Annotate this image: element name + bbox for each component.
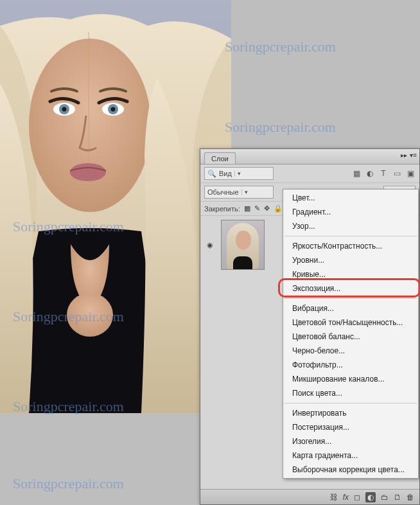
menu-item[interactable]: Экспозиция... xyxy=(283,281,418,296)
watermark: Soringpcrepair.com xyxy=(225,39,336,55)
lock-all-icon[interactable]: 🔒 xyxy=(274,204,283,213)
menu-item[interactable]: Инвертировать xyxy=(283,406,418,420)
blend-mode-label: Обычные xyxy=(207,188,239,196)
visibility-toggle[interactable]: ◉ xyxy=(204,239,216,251)
menu-item[interactable]: Кривые... xyxy=(283,267,418,281)
chevron-down-icon: ▾ xyxy=(234,170,241,177)
layer-thumbnail[interactable] xyxy=(221,220,265,270)
lock-brush-icon[interactable]: ✎ xyxy=(254,204,260,213)
layer-fx-icon[interactable]: fx xyxy=(343,493,349,502)
filter-row: 🔍 Вид ▾ ▦ ◐ T ▭ ▣ xyxy=(200,164,419,183)
svg-point-8 xyxy=(70,163,106,181)
watermark: Soringpcrepair.com xyxy=(225,119,336,136)
menu-item[interactable]: Микширование каналов... xyxy=(283,372,418,386)
menu-item[interactable]: Постеризация... xyxy=(283,420,418,434)
new-layer-icon[interactable]: 🗋 xyxy=(394,493,401,502)
filter-shape-icon[interactable]: ▭ xyxy=(392,168,402,179)
menu-item[interactable]: Черно-белое... xyxy=(283,344,418,358)
layer-group-icon[interactable]: 🗀 xyxy=(381,493,389,502)
panel-tabbar: Слои ▸▸ ▾≡ xyxy=(200,149,419,164)
filter-smart-icon[interactable]: ▣ xyxy=(405,168,416,179)
adjustment-layer-icon[interactable]: ◐ xyxy=(365,492,376,502)
menu-item[interactable]: Градиент... xyxy=(283,205,418,219)
filter-kind-label: Вид xyxy=(219,170,232,177)
menu-separator xyxy=(284,236,417,236)
filter-kind-dropdown[interactable]: 🔍 Вид ▾ xyxy=(204,167,274,180)
menu-item[interactable]: Цветовой баланс... xyxy=(283,330,418,344)
adjustment-layer-menu: Цвет...Градиент...Узор...Яркость/Контрас… xyxy=(283,189,419,479)
delete-layer-icon[interactable]: 🗑 xyxy=(407,493,414,502)
panel-collapse-icon[interactable]: ▸▸ xyxy=(401,152,407,159)
blend-mode-dropdown[interactable]: Обычные ▾ xyxy=(204,186,274,199)
lock-pixels-icon[interactable]: ▩ xyxy=(244,204,250,213)
menu-item[interactable]: Цвет... xyxy=(283,191,418,205)
document-canvas[interactable] xyxy=(0,0,231,413)
tab-layers[interactable]: Слои xyxy=(204,152,236,164)
svg-point-6 xyxy=(62,107,67,112)
lock-move-icon[interactable]: ✥ xyxy=(264,204,270,213)
menu-item[interactable]: Фотофильтр... xyxy=(283,358,418,372)
menu-item[interactable]: Карта градиента... xyxy=(283,448,418,463)
menu-item[interactable]: Поиск цвета... xyxy=(283,386,418,400)
svg-point-7 xyxy=(111,107,116,112)
menu-item[interactable]: Выборочная коррекция цвета... xyxy=(283,463,418,477)
menu-item[interactable]: Уровни... xyxy=(283,253,418,267)
portrait-image xyxy=(0,0,231,413)
filter-adjust-icon[interactable]: ◐ xyxy=(365,168,375,179)
menu-item[interactable]: Яркость/Контрастность... xyxy=(283,239,418,253)
panel-bottom-bar: ⛓ fx ◻ ◐ 🗀 🗋 🗑 xyxy=(200,489,419,504)
filter-type-icon[interactable]: T xyxy=(378,168,389,179)
svg-point-1 xyxy=(29,39,151,212)
menu-item[interactable]: Узор... xyxy=(283,219,418,233)
menu-item[interactable]: Вибрация... xyxy=(283,301,418,315)
menu-item[interactable]: Изогелия... xyxy=(283,434,418,448)
chevron-down-icon: ▾ xyxy=(241,189,248,195)
panel-menu-icon[interactable]: ▾≡ xyxy=(410,152,417,159)
link-layers-icon[interactable]: ⛓ xyxy=(330,493,338,502)
search-icon: 🔍 xyxy=(207,170,216,178)
lock-label: Закрепить: xyxy=(204,205,240,213)
layer-mask-icon[interactable]: ◻ xyxy=(354,493,360,502)
menu-separator xyxy=(284,298,417,299)
svg-point-9 xyxy=(67,293,113,337)
menu-separator xyxy=(284,403,417,403)
filter-pixel-icon[interactable]: ▦ xyxy=(351,168,362,179)
watermark: Soringpcrepair.com xyxy=(13,475,124,492)
menu-item[interactable]: Цветовой тон/Насыщенность... xyxy=(283,315,418,330)
